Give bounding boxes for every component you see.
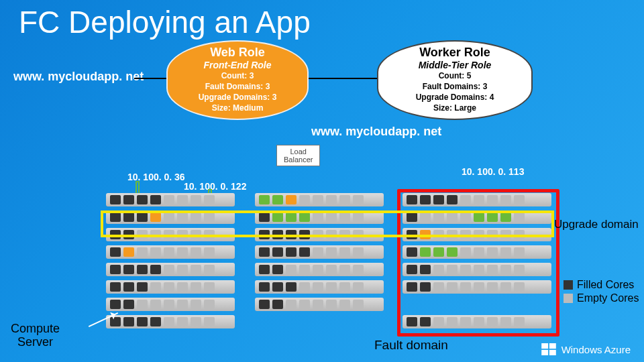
core-empty — [353, 300, 364, 309]
core-empty — [339, 282, 350, 292]
upgrade-domain-label: Upgrade domain — [554, 218, 639, 231]
core-empty — [353, 195, 364, 204]
core-filled — [150, 317, 161, 326]
server-row — [106, 245, 235, 259]
core-filled — [123, 282, 134, 292]
core-empty — [487, 195, 498, 204]
core-worker — [259, 195, 270, 204]
server-row — [255, 193, 384, 206]
server-row — [106, 228, 235, 241]
core-empty — [191, 282, 201, 292]
core-filled — [150, 195, 161, 204]
svg-rect-3 — [549, 350, 556, 355]
core-filled — [137, 213, 148, 222]
legend-filled-label: Filled Cores — [577, 279, 634, 291]
core-filled — [407, 317, 417, 326]
core-empty — [177, 317, 188, 326]
core-empty — [313, 230, 323, 239]
svg-rect-1 — [549, 343, 556, 349]
core-empty — [204, 317, 215, 326]
core-empty — [339, 265, 350, 274]
core-filled — [259, 265, 270, 274]
core-empty — [460, 282, 471, 292]
core-filled — [420, 195, 431, 204]
core-empty — [500, 230, 511, 239]
core-empty — [514, 247, 525, 257]
core-empty — [460, 213, 471, 222]
server-row — [402, 193, 551, 206]
core-empty — [137, 247, 148, 257]
core-filled — [137, 282, 148, 292]
server-row — [255, 263, 384, 276]
core-empty — [191, 247, 201, 257]
core-filled — [150, 265, 161, 274]
core-worker — [433, 247, 444, 257]
core-empty — [339, 230, 350, 239]
core-filled — [272, 230, 283, 239]
core-empty — [474, 317, 484, 326]
core-empty — [460, 317, 471, 326]
core-filled — [110, 300, 121, 309]
core-empty — [164, 247, 174, 257]
core-empty — [326, 213, 337, 222]
core-empty — [204, 265, 215, 274]
core-empty — [286, 265, 297, 274]
rack-1 — [106, 193, 235, 333]
server-row — [402, 315, 551, 328]
server-row — [255, 228, 384, 241]
server-row — [402, 210, 551, 224]
core-empty — [137, 300, 148, 309]
core-empty — [191, 213, 201, 222]
server-row — [255, 210, 384, 224]
core-empty — [326, 195, 337, 204]
server-row — [255, 280, 384, 294]
core-empty — [164, 282, 174, 292]
core-worker — [447, 247, 458, 257]
core-empty — [500, 195, 511, 204]
core-empty — [326, 282, 337, 292]
core-empty — [204, 230, 215, 239]
core-empty — [474, 195, 484, 204]
core-filled — [123, 317, 134, 326]
core-empty — [487, 317, 498, 326]
core-empty — [326, 230, 337, 239]
azure-label: Windows Azure — [561, 344, 631, 355]
server-row — [106, 210, 235, 224]
rack-3 — [402, 193, 531, 333]
core-empty — [487, 265, 498, 274]
core-worker — [500, 213, 511, 222]
core-empty — [191, 265, 201, 274]
core-empty — [313, 213, 323, 222]
core-empty — [474, 230, 484, 239]
core-filled — [420, 282, 431, 292]
web-role-count: Count: 3 — [170, 70, 305, 81]
ip-address-1: 10. 100. 0. 36 — [127, 172, 185, 182]
fault-domain-label: Fault domain — [374, 338, 448, 353]
svg-rect-2 — [541, 350, 548, 355]
core-filled — [123, 300, 134, 309]
core-empty — [514, 230, 525, 239]
server-row — [255, 245, 384, 259]
core-empty — [164, 265, 174, 274]
core-empty — [204, 213, 215, 222]
core-filled — [420, 265, 431, 274]
core-empty — [299, 195, 310, 204]
server-row — [106, 298, 235, 311]
lb-line1: Load — [290, 147, 306, 156]
core-empty — [514, 265, 525, 274]
azure-footer: Windows Azure — [541, 343, 631, 355]
core-empty — [487, 282, 498, 292]
core-empty — [433, 282, 444, 292]
core-filled — [407, 230, 417, 239]
domain-label-mid: www. mycloudapp. net — [311, 125, 441, 139]
web-role-sub: Front-End Role — [170, 60, 305, 70]
core-empty — [150, 247, 161, 257]
core-empty — [164, 213, 174, 222]
server-row — [402, 280, 551, 294]
core-empty — [339, 300, 350, 309]
core-empty — [191, 195, 201, 204]
core-filled — [137, 195, 148, 204]
core-filled — [110, 282, 121, 292]
core-filled — [407, 195, 417, 204]
core-empty — [433, 265, 444, 274]
